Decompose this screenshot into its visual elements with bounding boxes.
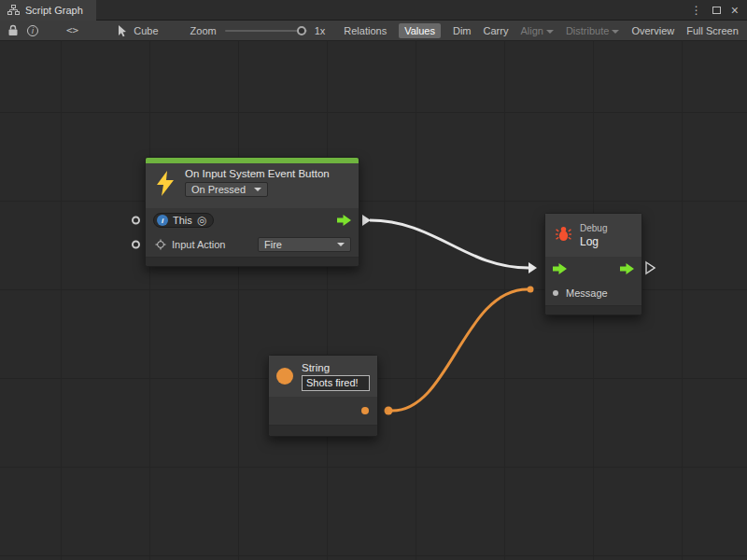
event-node-header[interactable]: On Input System Event Button On Pressed — [146, 163, 359, 208]
code-toggle-icon[interactable]: <> — [66, 24, 78, 36]
debug-node-category: Debug — [580, 223, 607, 233]
chevron-down-icon — [546, 30, 554, 34]
event-node-title: On Input System Event Button — [185, 168, 330, 179]
toolbar-buttons: Relations Values Dim Carry Align Distrib… — [344, 23, 739, 38]
node-string-literal[interactable]: String — [268, 355, 378, 437]
align-label: Align — [520, 25, 543, 36]
debug-node-name: Log — [580, 235, 607, 248]
control-wire-end-arrow — [529, 262, 537, 273]
script-graph-icon — [7, 5, 20, 15]
bug-icon — [555, 225, 572, 246]
info-icon[interactable]: i — [27, 25, 38, 36]
carry-button[interactable]: Carry — [484, 25, 509, 36]
string-node-footer — [269, 425, 377, 436]
values-button[interactable]: Values — [399, 23, 441, 38]
chevron-down-icon — [254, 188, 261, 191]
string-node-title: String — [302, 362, 370, 373]
target-object-label[interactable]: Cube — [134, 25, 158, 36]
value-wire[interactable] — [392, 289, 528, 411]
graph-canvas[interactable]: On Input System Event Button On Pressed … — [0, 41, 747, 560]
message-label: Message — [566, 287, 608, 299]
message-port-row: Message — [545, 281, 641, 305]
string-output-row — [269, 397, 377, 425]
object-picker-icon[interactable]: ◎ — [197, 215, 206, 226]
distribute-dropdown[interactable]: Distribute — [566, 25, 619, 36]
control-wire[interactable] — [370, 220, 529, 268]
relations-button[interactable]: Relations — [344, 25, 387, 36]
distribute-label: Distribute — [566, 25, 609, 36]
this-input-port[interactable] — [132, 217, 140, 225]
event-node-footer — [146, 257, 359, 266]
node-debug-log[interactable]: Debug Log Message — [544, 213, 642, 315]
node-on-input-system-event-button[interactable]: On Input System Event Button On Pressed … — [145, 157, 359, 267]
dim-button[interactable]: Dim — [453, 25, 472, 36]
input-action-port-row: Input Action Fire — [146, 232, 359, 257]
zoom-label: Zoom — [190, 25, 217, 36]
on-pressed-dropdown[interactable]: On Pressed — [185, 182, 268, 197]
string-value-input[interactable] — [302, 375, 370, 391]
value-wire-end-dot — [528, 287, 534, 293]
graph-toolbar: i <> Cube Zoom 1x Relations Values Dim C… — [0, 21, 747, 41]
input-action-port[interactable] — [132, 241, 140, 249]
gameobject-icon: i — [157, 215, 168, 226]
string-output-port[interactable] — [361, 407, 369, 414]
zoom-value: 1x — [315, 25, 326, 36]
control-input-port[interactable] — [553, 263, 567, 274]
value-wire-start-dot — [385, 407, 393, 415]
debug-control-row — [545, 257, 641, 281]
input-action-value: Fire — [264, 239, 282, 250]
string-type-icon — [276, 368, 293, 385]
this-label: This — [173, 215, 192, 226]
zoom-slider[interactable] — [225, 30, 307, 32]
script-graph-window: Script Graph ⋮ × i <> Cube Zoom 1x Relat… — [0, 0, 747, 560]
input-action-value-dropdown[interactable]: Fire — [258, 237, 351, 252]
align-dropdown[interactable]: Align — [520, 25, 553, 36]
message-input-port[interactable] — [553, 290, 558, 296]
tab-title: Script Graph — [25, 5, 83, 16]
window-menu-icon[interactable]: ⋮ — [691, 4, 702, 17]
window-controls: ⋮ × — [691, 4, 747, 17]
chevron-down-icon — [337, 243, 345, 246]
zoom-slider-knob[interactable] — [297, 26, 306, 35]
control-output-port[interactable] — [620, 263, 634, 274]
this-field[interactable]: i This ◎ — [153, 213, 214, 228]
control-output-port[interactable] — [337, 215, 351, 226]
lightning-icon — [155, 171, 176, 200]
input-action-icon — [155, 239, 166, 250]
control-wire-start-arrow — [362, 215, 371, 226]
title-bar: Script Graph ⋮ × — [0, 0, 747, 21]
string-node-header[interactable]: String — [269, 356, 377, 397]
close-icon[interactable]: × — [731, 4, 739, 17]
debug-node-header[interactable]: Debug Log — [545, 214, 641, 257]
cursor-icon — [116, 24, 129, 37]
maximize-icon[interactable] — [712, 7, 721, 14]
lock-icon[interactable] — [7, 24, 19, 36]
on-pressed-label: On Pressed — [191, 184, 246, 195]
overview-button[interactable]: Overview — [631, 25, 674, 36]
input-action-label: Input Action — [172, 239, 226, 250]
debug-node-footer — [545, 305, 641, 315]
this-port-row: i This ◎ — [146, 208, 359, 232]
tab-script-graph[interactable]: Script Graph — [0, 0, 96, 21]
unconnected-control-triangle[interactable] — [646, 262, 655, 273]
chevron-down-icon — [612, 30, 619, 34]
fullscreen-button[interactable]: Full Screen — [686, 25, 739, 36]
